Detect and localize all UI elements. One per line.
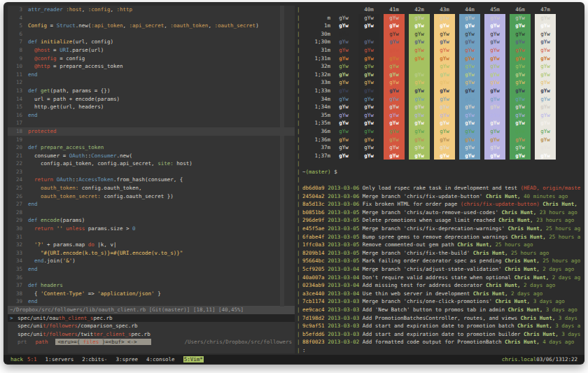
code-line-17[interactable]: 17 [8, 119, 295, 127]
text-segment: end [28, 112, 38, 118]
tmux-pane-indicator: 5:1 [27, 356, 37, 363]
code-line-9[interactable]: 9 @config = config [8, 55, 295, 63]
ctrlp-result-2[interactable]: spec/unit/followers/twitter_client_spec.… [8, 330, 295, 339]
color-sample: gYw [535, 62, 556, 71]
color-sample: gYw [409, 87, 430, 95]
tmux-window-4[interactable]: 4:console [146, 356, 175, 363]
code-line-38[interactable]: 38 { 'Content-Type' => 'application/json… [8, 290, 295, 298]
code-line-23[interactable]: 23 [8, 168, 295, 176]
text-segment: , [82, 6, 88, 13]
line-number: 9 [8, 55, 28, 63]
code-line-24[interactable]: 24 return OAuth::AccessToken.from_hash(c… [8, 176, 295, 184]
code-line-21[interactable]: 21 consumer = OAuth::Consumer.new( [8, 152, 295, 160]
pager-prompt-row[interactable]: |: [295, 346, 580, 353]
color-column-header: 44m [459, 6, 480, 14]
commit-date: 2013-03-04 [328, 290, 359, 297]
git-log-entry-2: |8a5d13c 2013-03-06 Fix broken HTML for … [295, 200, 580, 209]
code-text: end.join('&') [28, 257, 76, 265]
line-number: 29 [8, 216, 28, 225]
code-line-32[interactable]: 32 '?' + params.map do |k, v| [8, 241, 295, 249]
text-segment: :api_secret [130, 22, 164, 29]
code-text: def encode(params) [28, 216, 85, 225]
color-sample: gYw [459, 55, 480, 63]
code-line-36[interactable]: 36 [8, 274, 295, 282]
tmux-window-2[interactable]: 2:cbits- [82, 356, 107, 363]
code-line-11[interactable]: 11end [8, 71, 295, 79]
code-line-4[interactable]: 4 [8, 14, 295, 22]
code-line-6[interactable]: 6 [8, 30, 295, 38]
color-sample: gYw [333, 152, 354, 160]
pane-divider-icon: | [295, 111, 302, 120]
line-number: 37 [8, 281, 28, 290]
commit-hash: b5efdd6 [302, 331, 325, 337]
code-line-16[interactable]: 16end [8, 111, 295, 120]
color-sample: gYw [459, 22, 480, 30]
commit-author: Chris Hunt, [514, 274, 550, 281]
code-line-22[interactable]: 22 config.api_token, config.api_secret, … [8, 160, 295, 168]
code-line-34[interactable]: 34 end.join('&') [8, 257, 295, 265]
shell-prompt-row[interactable]: |~(master) $ [295, 168, 580, 176]
commit-author: Chris Hunt, [473, 250, 508, 256]
code-line-29[interactable]: 29def encode(params) [8, 216, 295, 225]
text-segment: @host [34, 47, 50, 53]
code-line-8[interactable]: 8 @host = URI.parse(url) [8, 46, 295, 55]
text-segment: def [28, 38, 38, 45]
code-area[interactable]: 3attr_reader :host, :config, :http45Conf… [8, 6, 295, 306]
color-sample: gYw [333, 46, 354, 55]
pane-divider-icon: | [295, 184, 302, 192]
tmux-window-1[interactable]: 1:servers [46, 356, 74, 363]
git-log-entry-3: |b0851b6 2013-03-05 Merge branch 'chris/… [295, 209, 580, 217]
color-sample: gYw [459, 136, 480, 144]
ansi-code-label: 1;37m [302, 152, 330, 160]
commit-author: Chris Hunt, [524, 331, 559, 337]
color-sample: gYw [484, 95, 505, 104]
tmux-window-3[interactable]: 3:spree [115, 356, 138, 363]
code-line-13[interactable]: 13def get(path, params = {}) [8, 87, 295, 95]
code-line-12[interactable]: 12 [8, 78, 295, 87]
code-line-37[interactable]: 37def headers [8, 281, 295, 290]
code-line-35[interactable]: 35end [8, 265, 295, 274]
code-line-30[interactable]: 30 return '' unless params.size > 0 [8, 225, 295, 233]
tmux-window-5[interactable]: 5:Vim* [183, 356, 204, 363]
text-segment: ) [255, 22, 259, 29]
pager-colon: : [302, 347, 306, 353]
code-line-27[interactable]: 27end [8, 200, 295, 209]
color-sample: gYw [409, 136, 430, 144]
commit-date: 2013-03-05 [328, 217, 359, 223]
code-line-26[interactable]: 26 oauth_token_secret: config.oauth_secr… [8, 192, 295, 201]
code-line-25[interactable]: 25 oauth_token: config.oauth_token, [8, 184, 295, 192]
text-segment [28, 176, 34, 183]
pane-divider-icon: | [295, 338, 302, 346]
color-sample: gYw [510, 152, 531, 160]
code-line-15[interactable]: 15 http.get(url, headers) [8, 103, 295, 111]
color-sample: gYw [409, 111, 430, 120]
code-line-18[interactable]: 18protected [8, 127, 295, 136]
line-number: 22 [8, 160, 28, 168]
code-line-3[interactable]: 3attr_reader :host, :config, :http [8, 6, 295, 14]
color-sample: gYw [434, 95, 455, 104]
code-line-7[interactable]: 7def initialize(url, config) [8, 38, 295, 46]
vim-pane[interactable]: 3attr_reader :host, :config, :http45Conf… [8, 6, 295, 353]
code-line-20[interactable]: 20def prepare_access_token [8, 143, 295, 152]
code-line-5[interactable]: 5Config = Struct.new(:api_token, :api_se… [8, 22, 295, 30]
ctrlp-result-0[interactable]: >spec/unit/oauth_client_spec.rb [8, 314, 295, 323]
ctrlp-result-1[interactable]: spec/unit/followers/comparison_spec.rb [8, 322, 295, 330]
ctrlp-prompt[interactable]: prtpath<mru>={ files }=<buf> <->/Users/c… [8, 338, 295, 346]
code-line-28[interactable]: 28 [8, 209, 295, 217]
git-log-entry-10: |5cf9205 2013-03-04 Merge branch 'chris/… [295, 265, 580, 274]
git-log-entry-17: |9c9af51 2013-03-03 Add start and expira… [295, 322, 580, 330]
commit-relative-time: 3 days a [552, 323, 580, 329]
code-line-39[interactable]: 39end [8, 297, 295, 306]
code-line-31[interactable]: 31 [8, 233, 295, 241]
color-table-row-1_31m: |1;31mgYwgYwgYwgYwgYwgYwgYwgYwgYw [295, 55, 580, 63]
code-text: { 'Content-Type' => 'application/json' } [28, 290, 161, 298]
text-segment: def [28, 282, 38, 288]
code-line-10[interactable]: 10 @http = prepare_access_token [8, 62, 295, 71]
code-line-19[interactable]: 19 [8, 136, 295, 144]
code-line-33[interactable]: 33 "#{URI.encode(k.to_s)}=#{URI.encode(v… [8, 249, 295, 258]
commit-author: Chris Hunt, [540, 201, 578, 207]
color-sample: gYw [459, 95, 480, 104]
text-segment: + params.map [44, 241, 88, 248]
code-line-14[interactable]: 14 url = path + encode(params) [8, 95, 295, 104]
shell-pane[interactable]: |40m41m42m43m44m45m46m47m|mgYwgYwgYwgYwg… [295, 6, 580, 353]
